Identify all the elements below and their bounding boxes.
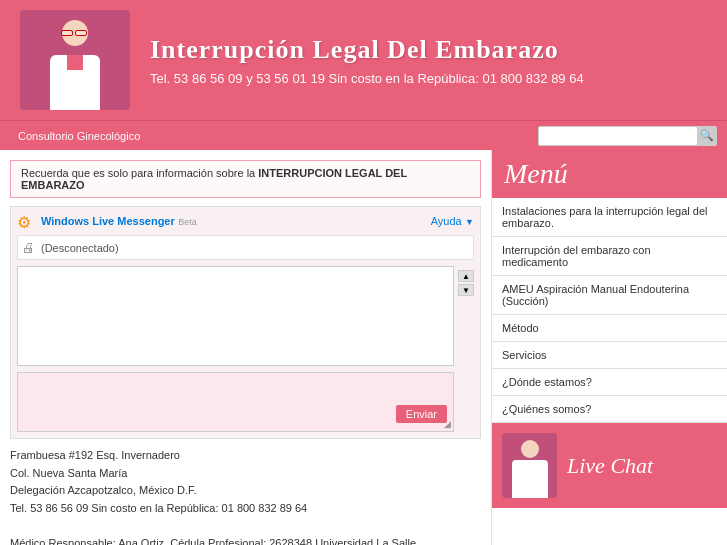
header: Interrupción legal del embarazo Tel. 53 … bbox=[0, 0, 727, 120]
navbar: Consultorio Ginecológico 🔍 bbox=[0, 120, 727, 150]
ayuda-link[interactable]: Ayuda bbox=[431, 215, 462, 227]
header-subtitle: Tel. 53 86 56 09 y 53 56 01 19 Sin costo… bbox=[150, 71, 707, 86]
chat-status: 🖨 (Desconectado) bbox=[17, 235, 474, 260]
header-text: Interrupción legal del embarazo Tel. 53 … bbox=[130, 35, 707, 86]
scroll-down-button[interactable]: ▼ bbox=[458, 284, 474, 296]
menu-item[interactable]: AMEU Aspiración Manual Endouterina (Succ… bbox=[492, 276, 727, 315]
resize-icon: ◢ bbox=[444, 419, 451, 429]
main-layout: Recuerda que es solo para información so… bbox=[0, 150, 727, 545]
ayuda-section: Ayuda ▼ bbox=[431, 214, 474, 228]
menu-item[interactable]: Método bbox=[492, 315, 727, 342]
chat-scroll: ▲ ▼ bbox=[458, 270, 474, 432]
wlm-logo: Windows Live Messenger Beta bbox=[17, 213, 197, 229]
chat-widget: Windows Live Messenger Beta Ayuda ▼ 🖨 (D… bbox=[10, 206, 481, 439]
left-content: Recuerda que es solo para información so… bbox=[0, 150, 492, 545]
address-section: Frambuesa #192 Esq. Invernadero Col. Nue… bbox=[10, 447, 481, 545]
search-icon[interactable]: 🔍 bbox=[697, 126, 717, 146]
doctor-head bbox=[62, 20, 88, 46]
menu-item[interactable]: Instalaciones para la interrupción legal… bbox=[492, 198, 727, 237]
chat-status-text: (Desconectado) bbox=[41, 242, 119, 254]
doctor-figure bbox=[35, 20, 115, 110]
address-line1: Frambuesa #192 Esq. Invernadero bbox=[10, 447, 481, 465]
menu-item[interactable]: Servicios bbox=[492, 342, 727, 369]
address-line4: Tel. 53 86 56 09 Sin costo en la Repúbli… bbox=[10, 500, 481, 518]
printer-icon: 🖨 bbox=[22, 240, 35, 255]
scroll-up-button[interactable]: ▲ bbox=[458, 270, 474, 282]
wlm-sub: Beta bbox=[178, 217, 197, 227]
menu-items: Instalaciones para la interrupción legal… bbox=[492, 198, 727, 423]
chat-input-area: Enviar ◢ bbox=[17, 372, 454, 432]
ayuda-arrow-icon: ▼ bbox=[465, 217, 474, 227]
nav-consultorio[interactable]: Consultorio Ginecológico bbox=[10, 130, 148, 142]
chat-header: Windows Live Messenger Beta Ayuda ▼ bbox=[17, 213, 474, 229]
menu-header: Menú bbox=[492, 150, 727, 198]
chat-messages bbox=[17, 266, 454, 366]
doctor-glasses bbox=[61, 30, 89, 36]
live-chat-doctor-image bbox=[502, 433, 557, 498]
live-chat-label: Live Chat bbox=[567, 453, 653, 479]
menu-item[interactable]: Interrupción del embarazo con medicament… bbox=[492, 237, 727, 276]
search-input[interactable] bbox=[538, 126, 698, 146]
chat-textarea[interactable] bbox=[18, 373, 453, 431]
search-bar: 🔍 bbox=[538, 126, 717, 146]
live-chat-box[interactable]: Live Chat bbox=[492, 423, 727, 508]
doctor-body bbox=[50, 55, 100, 110]
address-line3: Delegación Azcapotzalco, México D.F. bbox=[10, 482, 481, 500]
right-sidebar: Menú Instalaciones para la interrupción … bbox=[492, 150, 727, 545]
wlm-butterfly-icon bbox=[17, 213, 37, 229]
address-medico: Médico Responsable: Ana Ortiz, Cédula Pr… bbox=[10, 535, 481, 545]
menu-item[interactable]: ¿Quiénes somos? bbox=[492, 396, 727, 423]
info-bar: Recuerda que es solo para información so… bbox=[10, 160, 481, 198]
send-button[interactable]: Enviar bbox=[396, 405, 447, 423]
address-line2: Col. Nueva Santa María bbox=[10, 465, 481, 483]
wlm-text: Windows Live Messenger bbox=[41, 215, 175, 227]
menu-item[interactable]: ¿Dónde estamos? bbox=[492, 369, 727, 396]
header-title: Interrupción legal del embarazo bbox=[150, 35, 707, 65]
header-doctor-image bbox=[20, 10, 130, 110]
doctor-collar bbox=[67, 55, 83, 70]
wlm-brand: Windows Live Messenger Beta bbox=[41, 214, 197, 228]
